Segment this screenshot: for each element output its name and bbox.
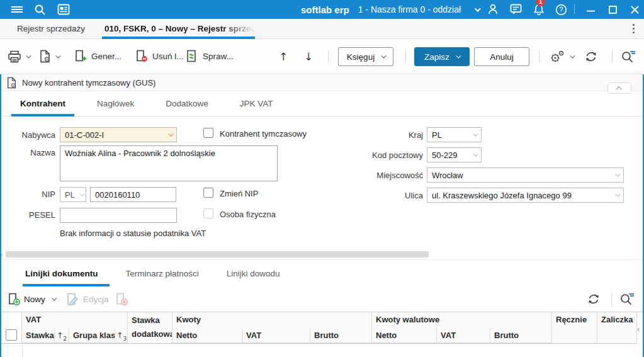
delete-line-button[interactable] [115,287,128,311]
refresh-button[interactable] [584,39,598,74]
tab-linijki-dokumentu[interactable]: Linijki dokumentu [25,260,98,287]
chat-icon[interactable] [507,0,524,19]
refresh-icon [584,50,598,64]
help-icon[interactable]: ? [553,0,569,19]
pesel-input[interactable] [60,208,177,223]
natural-person-checkbox[interactable] [203,208,213,218]
print-button[interactable] [8,39,30,74]
search-filter-button[interactable] [621,39,636,74]
country-select[interactable]: PL [427,127,482,142]
generate-label: Gener... [91,52,121,61]
city-select[interactable]: Wrocław [427,167,624,183]
column-brutto[interactable]: Brutto [310,328,372,343]
column-zaliczka[interactable]: Zaliczka [597,312,637,343]
tab-kontrahent[interactable]: Kontrahent [11,91,74,116]
new-line-button[interactable]: Nowy [8,287,55,311]
name-textarea[interactable]: Woźniak Alina - Pracownik 2 dolnośląskie [60,145,278,181]
edit-line-label: Edycja [83,295,109,304]
temp-contractor-checkbox[interactable] [203,128,213,138]
column-stawka-dodatkowa[interactable]: Stawka dodatkowa [128,312,172,343]
post-button[interactable]: Księguj [338,47,393,66]
tab-rejestr-sprzedazy[interactable]: Rejestr sprzedaży [17,19,85,38]
street-select[interactable]: ul. Kraszewskiego Józefa Ignacego 99 [427,188,624,203]
document-options-button[interactable] [39,39,59,74]
grid-panel-collapse-icon[interactable]: ‹ [637,325,640,334]
search-filter-icon [619,292,635,306]
sort-indicator-grupa[interactable]: ↑3 [115,328,128,343]
city-value: Wrocław [432,171,463,180]
document-edit-icon [66,293,79,306]
chevron-up-icon [616,86,622,92]
tab-active-document[interactable]: 010, FSKR, 0 – Nowy – Rejestr sprzeda [105,19,257,38]
new-line-chevron-down-icon[interactable] [52,295,57,300]
select-all-checkbox[interactable] [6,329,17,341]
move-up-icon[interactable]: ↑ [279,39,288,74]
tab-jpk-vat[interactable]: JPK VAT [231,91,282,116]
sort-indicator-stawka[interactable]: ↑2 [55,328,69,343]
column-recznie[interactable]: Ręcznie [552,312,597,343]
temp-contractor-label: Nowy kontrahent tymczasowy (GUS) [22,78,155,88]
close-icon[interactable] [626,0,643,19]
check-button[interactable]: Spraw... [186,39,234,74]
tab-naglowek[interactable]: Nagłówek [88,91,143,116]
nip-country-select[interactable]: PL [60,187,86,202]
nip-input[interactable] [90,187,176,202]
column-netto-walutowe[interactable]: Netto [372,328,437,343]
change-nip-checkbox-label: Zmień NIP [220,189,258,198]
detail-search-button[interactable] [619,287,635,311]
search-icon[interactable] [30,0,49,19]
group-kwoty[interactable]: Kwoty [172,312,372,328]
tab-overflow-menu-icon[interactable] [633,24,635,35]
city-label: Miejscowość [327,171,423,180]
natural-person-checkbox-label: Osoba fizyczna [220,210,276,219]
settings-chevron-down-icon[interactable] [570,53,575,58]
column-stawka[interactable]: Stawka [22,328,55,343]
group-vat[interactable]: VAT [22,312,128,328]
scrollbar-thumb[interactable] [6,251,429,258]
postal-code-select[interactable]: 50-229 [427,147,482,162]
print-chevron-down-icon[interactable] [26,53,31,58]
tab-linijki-dowodu[interactable]: Linijki dowodu [227,260,280,287]
remove-label: Usuń l... [152,52,184,61]
minimize-icon[interactable] [582,0,599,19]
temp-contractor-bar[interactable]: Nowy kontrahent tymczasowy (GUS) [0,74,644,91]
edit-line-button[interactable]: Edycja [66,287,109,311]
company-context[interactable]: 1 - Nasza firma 0 - oddział [358,4,461,14]
svg-text:?: ? [559,6,563,13]
document-add-icon [8,293,20,306]
column-netto[interactable]: Netto [172,328,242,343]
buyer-combobox[interactable]: 01-C-002-I [60,127,177,142]
collapse-panel-button[interactable] [607,82,631,94]
printer-icon [8,50,21,63]
pesel-label: PESEL [0,210,55,220]
column-vat-walutowe[interactable]: VAT [437,328,490,343]
top-bar: softlab erp 1 - Nasza firma 0 - oddział … [0,0,644,19]
company-chevron-down-icon[interactable] [475,6,481,12]
horizontal-scrollbar[interactable]: ‹ [0,249,644,259]
nip-label: NIP [0,190,55,199]
post-chevron-down-icon [381,53,386,58]
settings-button[interactable] [549,39,573,74]
nip-country-chevron-down-icon [79,191,84,196]
tab-dodatkowe[interactable]: Dodatkowe [157,91,217,116]
menu-icon[interactable] [8,0,26,19]
user-icon[interactable] [485,0,501,19]
move-down-icon[interactable]: ↓ [304,39,313,74]
column-vat[interactable]: VAT [242,328,310,343]
news-icon[interactable] [54,0,73,19]
group-kwoty-walutowe[interactable]: Kwoty walutowe [372,312,552,328]
change-nip-checkbox[interactable] [203,188,213,198]
column-brutto-walutowe[interactable]: Brutto [490,328,552,343]
remove-line-button[interactable]: Usuń l... [135,39,184,74]
column-grupa-klas[interactable]: Grupa klas [69,328,115,343]
tab-terminarz-platnosci[interactable]: Terminarz płatności [126,260,199,287]
maximize-icon[interactable] [604,0,621,19]
nip-country-value: PL [65,190,75,200]
notifications-bell-icon[interactable]: 1 [531,0,547,19]
save-button[interactable]: Zapisz [414,47,470,66]
generate-button[interactable]: Gener... [74,39,121,74]
document-options-chevron-down-icon[interactable] [55,53,60,58]
detail-refresh-button[interactable] [587,287,601,311]
cancel-button[interactable]: Anuluj [474,47,529,66]
post-label: Księguj [347,52,375,62]
